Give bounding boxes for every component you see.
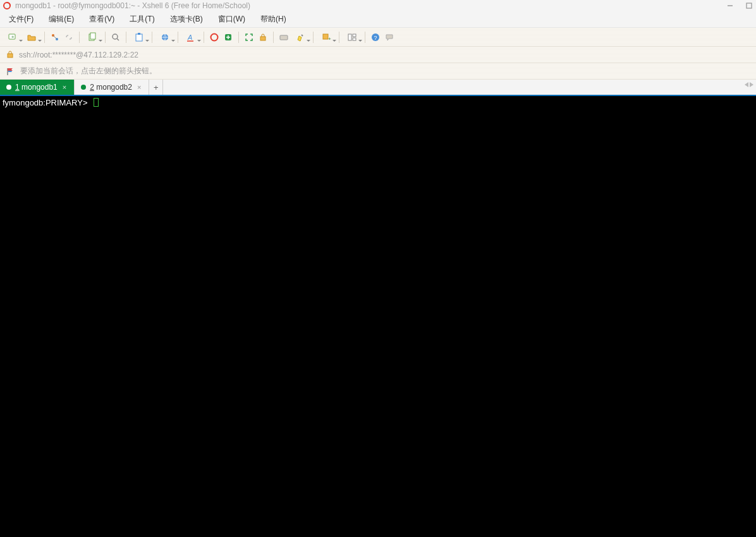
toolbar-separator <box>44 32 45 43</box>
xftp-button[interactable] <box>222 31 235 44</box>
keyboard-button[interactable] <box>277 31 290 44</box>
toolbar-separator <box>204 32 204 43</box>
tab-add-button[interactable]: + <box>149 80 163 95</box>
xshell-button[interactable] <box>208 31 221 44</box>
encoding-button[interactable] <box>156 31 174 44</box>
svg-rect-23 <box>348 34 351 40</box>
toolbar-separator <box>313 32 314 43</box>
svg-point-15 <box>211 33 218 40</box>
toolbar-separator <box>339 32 339 43</box>
svg-rect-21 <box>323 34 328 39</box>
svg-rect-17 <box>260 37 265 40</box>
menu-help[interactable]: 帮助(H) <box>258 13 289 26</box>
svg-rect-2 <box>747 3 752 8</box>
toolbar-separator <box>105 32 106 43</box>
tab-close-button[interactable]: × <box>136 83 142 91</box>
open-folder-button[interactable] <box>23 31 40 44</box>
menu-file[interactable]: 文件(F) <box>6 13 36 26</box>
hint-text: 要添加当前会话，点击左侧的箭头按钮。 <box>20 66 157 76</box>
fullscreen-button[interactable] <box>243 31 255 44</box>
terminal-prompt: fymongodb:PRIMARY> <box>3 98 88 107</box>
svg-rect-25 <box>353 38 356 40</box>
svg-text:?: ? <box>374 35 377 41</box>
font-button[interactable]: A <box>182 31 200 44</box>
copy-button[interactable] <box>83 31 101 44</box>
tab-close-button[interactable]: × <box>61 83 68 91</box>
layout-button[interactable] <box>343 31 361 44</box>
toolbar-separator <box>126 32 126 43</box>
tab-mongodb1[interactable]: 1 mongodb1 × <box>0 80 75 95</box>
svg-rect-18 <box>280 35 288 40</box>
minimize-button[interactable] <box>726 1 735 10</box>
toolbar-separator <box>238 32 239 43</box>
svg-rect-12 <box>138 33 140 35</box>
status-dot-icon <box>81 85 86 90</box>
svg-rect-24 <box>353 34 356 37</box>
status-dot-icon <box>6 85 11 90</box>
window-title: mongodb1 - root@fymongodb001:~ - Xshell … <box>15 1 726 10</box>
paste-button[interactable] <box>130 31 148 44</box>
svg-rect-11 <box>136 34 142 41</box>
tab-label: 2 mongodb2 <box>90 83 132 92</box>
tab-prev-button[interactable] <box>745 82 748 87</box>
address-text[interactable]: ssh://root:********@47.112.129.2:22 <box>19 51 138 59</box>
svg-point-9 <box>113 34 118 39</box>
toolbar-separator <box>178 32 178 43</box>
maximize-button[interactable] <box>745 1 753 10</box>
tab-next-button[interactable] <box>750 82 753 87</box>
menu-window[interactable]: 窗口(W) <box>216 13 248 26</box>
terminal[interactable]: fymongodb:PRIMARY> <box>0 96 756 537</box>
address-bar: ssh://root:********@47.112.129.2:22 <box>0 47 756 63</box>
window-controls <box>726 1 755 10</box>
tab-label: 1 mongodb1 <box>15 83 58 92</box>
tab-strip: 1 mongodb1 × 2 mongodb2 × + <box>0 80 756 96</box>
menu-view[interactable]: 查看(V) <box>87 13 117 26</box>
svg-rect-8 <box>90 33 95 39</box>
svg-rect-28 <box>8 54 13 57</box>
highlight-button[interactable] <box>291 31 309 44</box>
toolbar-separator <box>79 32 80 43</box>
chat-button[interactable] <box>383 31 396 44</box>
toolbar-separator <box>152 32 152 43</box>
new-session-button[interactable]: + <box>4 31 21 44</box>
lock-button[interactable] <box>257 31 269 44</box>
app-icon <box>3 1 11 10</box>
reconnect-button[interactable] <box>49 31 61 44</box>
svg-text:+: + <box>328 36 331 42</box>
lock-icon <box>6 51 15 59</box>
toolbar-separator <box>273 32 274 43</box>
disconnect-button[interactable] <box>63 31 75 44</box>
menu-bar: 文件(F) 编辑(E) 查看(V) 工具(T) 选项卡(B) 窗口(W) 帮助(… <box>0 11 756 28</box>
svg-text:A: A <box>187 33 192 41</box>
flag-icon[interactable] <box>6 67 15 76</box>
menu-tool[interactable]: 工具(T) <box>127 13 157 26</box>
svg-text:+: + <box>11 34 15 40</box>
toolbar-separator <box>365 32 365 43</box>
help-button[interactable]: ? <box>369 31 382 44</box>
hint-bar: 要添加当前会话，点击左侧的箭头按钮。 <box>0 63 756 80</box>
menu-edit[interactable]: 编辑(E) <box>46 13 76 26</box>
toolbar: + A + ? <box>0 28 756 47</box>
tab-mongodb2[interactable]: 2 mongodb2 × <box>75 80 149 95</box>
title-bar: mongodb1 - root@fymongodb001:~ - Xshell … <box>0 0 756 11</box>
new-window-button[interactable]: + <box>317 31 335 44</box>
svg-line-10 <box>117 39 119 40</box>
menu-tab[interactable]: 选项卡(B) <box>168 13 205 26</box>
terminal-cursor <box>94 98 99 107</box>
tab-nav <box>745 82 753 87</box>
search-button[interactable] <box>109 31 122 44</box>
